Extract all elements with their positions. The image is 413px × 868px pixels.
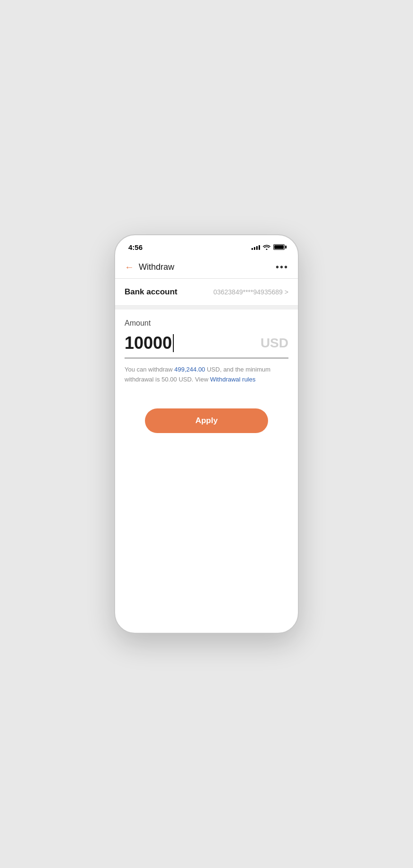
apply-button-container: Apply <box>115 408 298 433</box>
battery-icon <box>273 244 285 250</box>
wifi-icon <box>263 244 270 250</box>
page-title: Withdraw <box>139 262 174 272</box>
section-divider <box>115 306 298 310</box>
withdraw-info-before: You can withdraw <box>125 366 174 373</box>
more-options-button[interactable]: ••• <box>276 262 288 273</box>
status-icons <box>251 244 285 250</box>
chevron-right-icon: > <box>285 288 288 296</box>
bank-account-label: Bank account <box>125 287 177 297</box>
phone-frame: 4:56 ← Withdraw ••• <box>114 234 299 634</box>
withdraw-info: You can withdraw 499,244.00 USD, and the… <box>125 365 288 385</box>
status-time: 4:56 <box>128 243 143 251</box>
amount-label: Amount <box>125 319 288 328</box>
amount-input-row[interactable]: 10000 USD <box>125 333 288 358</box>
withdrawal-rules-link[interactable]: Withdrawal rules <box>210 376 255 383</box>
bank-account-number: 03623849****94935689 <box>213 288 282 296</box>
header: ← Withdraw ••• <box>115 256 298 279</box>
currency-label: USD <box>260 336 288 351</box>
withdrawable-amount: 499,244.00 <box>174 366 205 373</box>
bank-account-section[interactable]: Bank account 03623849****94935689 > <box>115 279 298 306</box>
amount-section: Amount 10000 USD You can withdraw 499,24… <box>115 310 298 385</box>
back-button[interactable]: ← <box>125 262 134 273</box>
signal-icon <box>251 244 260 250</box>
amount-value[interactable]: 10000 <box>125 333 174 353</box>
text-cursor <box>173 334 174 352</box>
status-bar: 4:56 <box>115 235 298 256</box>
bank-account-info: 03623849****94935689 > <box>213 288 288 296</box>
apply-button[interactable]: Apply <box>145 408 268 433</box>
